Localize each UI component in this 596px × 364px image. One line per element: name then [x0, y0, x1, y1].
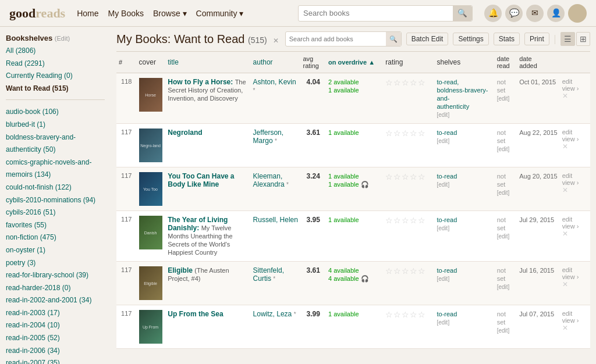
book-cover[interactable]: Eligible [139, 266, 162, 300]
view-book-link[interactable]: view › [562, 85, 588, 92]
avatar[interactable] [568, 4, 587, 23]
date-read-edit[interactable]: [edit] [497, 146, 510, 152]
shelf-edit-link[interactable]: [edit] [437, 276, 450, 282]
add-books-search-button[interactable]: 🔍 [386, 32, 401, 46]
view-book-link[interactable]: view › [562, 273, 588, 280]
date-read-edit[interactable]: [edit] [497, 233, 510, 240]
book-title-link[interactable]: Eligible [168, 266, 193, 274]
book-cover[interactable]: Danish [139, 216, 162, 249]
sidebar-tag-item[interactable]: read-in-2007 (35) [6, 357, 105, 364]
search-input[interactable] [299, 9, 453, 17]
sidebar-tag-item[interactable]: could-not-finish (122) [6, 181, 105, 194]
add-books-input[interactable] [286, 35, 386, 42]
sidebar-tag-item[interactable]: read-harder-2018 (0) [6, 282, 105, 295]
shelf-tag[interactable]: to-read [437, 311, 457, 317]
star-rating[interactable]: ☆☆☆☆☆ [385, 129, 426, 138]
sidebar-tag-item[interactable]: read-in-2006 (34) [6, 345, 105, 358]
sidebar-item-want-to-read[interactable]: Want to Read (515) [6, 83, 105, 95]
sidebar-edit-link[interactable]: (Edit) [55, 35, 70, 42]
star-rating[interactable]: ☆☆☆☆☆ [385, 78, 426, 87]
book-rating-cell[interactable]: ☆☆☆☆☆ [383, 73, 434, 124]
edit-book-link[interactable]: edit [562, 216, 588, 223]
col-header-overdrive[interactable]: on overdrive ▲ [326, 52, 383, 73]
edit-book-link[interactable]: edit [562, 129, 588, 135]
author-link[interactable]: Jefferson, Margo [253, 129, 283, 145]
remove-book-button[interactable]: ✕ [562, 186, 568, 194]
nav-my-books[interactable]: My Books [108, 9, 144, 18]
print-button[interactable]: Print [524, 33, 549, 45]
shelf-edit-link[interactable]: [edit] [437, 319, 450, 326]
sidebar-tag-item[interactable]: cybils-2010-nominations (94) [6, 194, 105, 207]
nav-browse[interactable]: Browse ▾ [153, 9, 187, 18]
star-rating[interactable]: ☆☆☆☆☆ [385, 172, 426, 181]
date-read-edit[interactable]: [edit] [497, 284, 510, 290]
sidebar-tag-item[interactable]: on-oyster (1) [6, 244, 105, 257]
star-rating[interactable]: ☆☆☆☆☆ [385, 216, 426, 225]
sidebar-tag-item[interactable]: favorites (55) [6, 219, 105, 232]
nav-home[interactable]: Home [77, 9, 98, 18]
edit-book-link[interactable]: edit [562, 78, 588, 85]
shelf-tag[interactable]: to-read [437, 267, 457, 274]
sidebar-tag-item[interactable]: read-in-2005 (52) [6, 332, 105, 345]
stats-button[interactable]: Stats [494, 33, 520, 45]
shelf-edit-link[interactable]: [edit] [437, 225, 450, 231]
book-rating-cell[interactable]: ☆☆☆☆☆ [383, 305, 434, 349]
book-cover[interactable]: Up From [139, 310, 162, 344]
clear-shelf-button[interactable]: ✕ [273, 37, 279, 45]
shelf-tag[interactable]: to-read, [437, 78, 459, 85]
remove-book-button[interactable]: ✕ [562, 280, 568, 288]
remove-book-button[interactable]: ✕ [562, 324, 568, 332]
edit-book-link[interactable]: edit [562, 310, 588, 317]
book-rating-cell[interactable]: ☆☆☆☆☆ [383, 262, 434, 305]
view-book-link[interactable]: view › [562, 179, 588, 186]
book-rating-cell[interactable]: ☆☆☆☆☆ [383, 167, 434, 211]
book-title-link[interactable]: Up From the Sea [168, 310, 223, 318]
logo[interactable]: goodreads [9, 6, 65, 21]
notifications-icon[interactable]: 🔔 [484, 5, 502, 22]
book-rating-cell[interactable]: ☆☆☆☆☆ [383, 211, 434, 262]
col-header-author[interactable]: author [251, 52, 301, 73]
remove-book-button[interactable]: ✕ [562, 230, 568, 238]
star-rating[interactable]: ☆☆☆☆☆ [385, 310, 426, 319]
sidebar-tag-item[interactable]: read-in-2003 (17) [6, 307, 105, 320]
date-read-edit[interactable]: [edit] [497, 95, 510, 102]
star-rating[interactable]: ☆☆☆☆☆ [385, 266, 426, 276]
sidebar-tag-item[interactable]: read-in-2002-and-2001 (34) [6, 294, 105, 307]
edit-book-link[interactable]: edit [562, 172, 588, 179]
shelf-edit-link[interactable]: [edit] [437, 181, 450, 188]
author-link[interactable]: Russell, Helen [253, 216, 298, 224]
sidebar-tag-item[interactable]: cybils-2016 (51) [6, 206, 105, 219]
sidebar-tag-item[interactable]: audio-book (106) [6, 106, 105, 119]
batch-edit-button[interactable]: Batch Edit [406, 33, 449, 45]
shelf-edit-link[interactable]: [edit] [437, 112, 450, 118]
book-cover[interactable]: You Too [139, 172, 162, 206]
author-link[interactable]: Lowitz, Leza [253, 310, 292, 318]
sidebar-tag-item[interactable]: read-for-library-school (39) [6, 269, 105, 282]
sidebar-item-read[interactable]: Read (2291) [6, 58, 105, 70]
date-read-edit[interactable]: [edit] [497, 190, 510, 196]
book-title-link[interactable]: Negroland [168, 129, 202, 137]
settings-button[interactable]: Settings [453, 33, 488, 45]
book-title-link[interactable]: How to Fly a Horse: [168, 78, 233, 86]
sidebar-tag-item[interactable]: non-fiction (475) [6, 231, 105, 244]
view-book-link[interactable]: view › [562, 317, 588, 324]
shelf-tag[interactable]: to-read [437, 129, 457, 136]
nav-community[interactable]: Community ▾ [196, 9, 244, 18]
sidebar-tag-item[interactable]: blurbed-it (1) [6, 119, 105, 131]
author-link[interactable]: Kleeman, Alexandra [253, 172, 285, 188]
edit-book-link[interactable]: edit [562, 266, 588, 273]
author-link[interactable]: Sittenfeld, Curtis [253, 266, 284, 283]
list-view-button[interactable]: ☰ [560, 32, 575, 46]
view-book-link[interactable]: view › [562, 223, 588, 230]
author-link[interactable]: Ashton, Kevin [253, 78, 296, 86]
date-read-edit[interactable]: [edit] [497, 327, 510, 334]
remove-book-button[interactable]: ✕ [562, 142, 568, 151]
shelf-tag[interactable]: to-read [437, 173, 457, 180]
book-cover[interactable]: Horse [139, 78, 162, 112]
book-title-link[interactable]: You Too Can Have a Body Like Mine [168, 172, 234, 188]
sidebar-tag-item[interactable]: comics-graphic-novels-and-memoirs (134) [6, 156, 105, 181]
grid-view-button[interactable]: ⊞ [576, 32, 590, 46]
sidebar-item-currently-reading[interactable]: Currently Reading (0) [6, 70, 105, 83]
sidebar-item-all[interactable]: All (2806) [6, 45, 105, 58]
col-header-title[interactable]: title [165, 52, 250, 73]
